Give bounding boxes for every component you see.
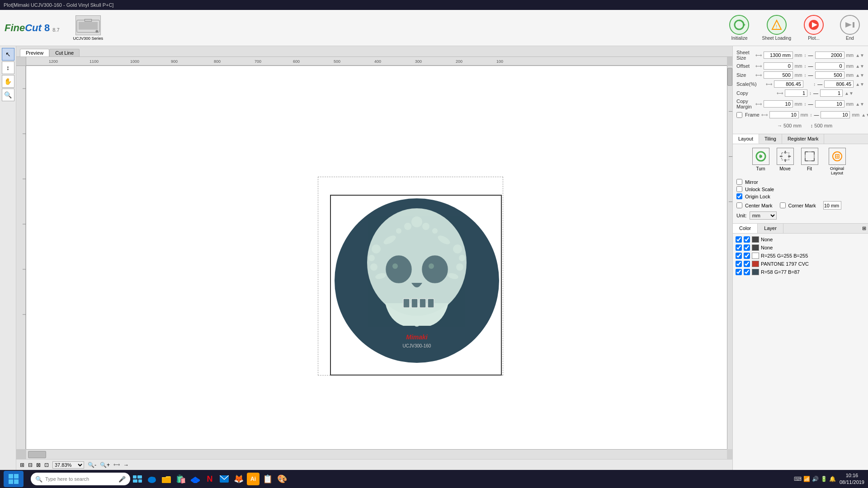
size-h[interactable] [815, 71, 844, 79]
app1-button[interactable]: 📋 [260, 472, 275, 486]
layer-tab[interactable]: Layer [758, 224, 783, 233]
clock[interactable]: 10:16 08/11/2019 [840, 472, 864, 486]
sheet-size-h[interactable] [815, 52, 844, 59]
color-check-1a[interactable] [736, 236, 742, 243]
canvas-container[interactable]: 1200 1100 1000 900 800 700 600 500 400 3… [16, 57, 732, 459]
volume-tray-icon[interactable]: 🔊 [812, 476, 819, 482]
content-area: ↖ ↕ ✋ 🔍 Preview Cut Line 1200 1100 [0, 46, 868, 470]
zoom-select[interactable]: 37.83% [52, 461, 84, 469]
app2-button[interactable]: 🎨 [275, 472, 289, 486]
v-scroll-thumb[interactable] [727, 68, 732, 86]
svg-text:Mimaki: Mimaki [406, 333, 428, 341]
tiling-tab[interactable]: Tiling [759, 134, 782, 144]
unit-label: Unit: [736, 213, 747, 218]
layout-controls: 0 Turn [733, 144, 868, 223]
view-icon-3[interactable]: ⊡ [44, 462, 49, 468]
center-mark-checkbox[interactable] [736, 202, 742, 208]
mail-button[interactable] [217, 472, 231, 486]
illustrator-button[interactable]: Ai [246, 472, 260, 486]
store-button[interactable]: 🛍️ [174, 472, 188, 486]
sheet-size-w[interactable] [764, 52, 793, 59]
file-explorer-button[interactable] [159, 472, 174, 486]
edge-button[interactable] [145, 472, 159, 486]
node-tool[interactable]: ↕ [2, 61, 14, 74]
mirror-checkbox[interactable] [736, 179, 742, 185]
start-button[interactable] [4, 471, 24, 487]
scale-y[interactable] [824, 80, 854, 88]
sheet-size-arrows[interactable]: ⟷ [755, 53, 762, 58]
layout-tab[interactable]: Layout [733, 134, 759, 144]
color-check-4a[interactable] [736, 261, 742, 267]
unit-select[interactable]: mm in cm [750, 211, 777, 220]
color-check-1b[interactable] [744, 236, 750, 243]
color-check-2b[interactable] [744, 244, 750, 251]
corner-mark-checkbox[interactable] [780, 202, 786, 208]
size-w[interactable] [764, 71, 793, 79]
frame-checkbox[interactable] [736, 112, 742, 118]
sheet-size-steppers[interactable]: ▲▼ [855, 53, 864, 58]
pan-tool[interactable]: ✋ [2, 75, 14, 88]
unlock-scale-checkbox[interactable] [736, 186, 742, 192]
fit-button[interactable]: Fit [801, 148, 818, 175]
v-scrollbar[interactable] [727, 66, 732, 449]
color-check-2a[interactable] [736, 244, 742, 251]
expand-button[interactable]: ⊞ [860, 224, 868, 233]
h-scroll-thumb[interactable] [28, 451, 46, 458]
color-check-3a[interactable] [736, 253, 742, 259]
zoom-icon-2[interactable]: 🔍+ [100, 462, 110, 468]
move-button[interactable]: Move [777, 148, 794, 175]
cut-line-tab[interactable]: Cut Line [49, 49, 80, 56]
netflix-button[interactable]: N [203, 472, 217, 486]
sheet-loading-button[interactable]: ! Sheet Loading [762, 15, 791, 41]
toolbar-buttons: Initialize ! Sheet Loading [726, 15, 863, 41]
origin-lock-checkbox[interactable] [736, 193, 742, 199]
dropbox-button[interactable] [188, 472, 203, 486]
offset-y[interactable] [815, 62, 844, 70]
copy-margin-x[interactable] [764, 100, 793, 108]
grid-icon[interactable]: ⊞ [20, 462, 24, 468]
search-input[interactable] [45, 476, 116, 482]
color-check-4b[interactable] [744, 261, 750, 267]
ruler-vertical [16, 66, 26, 449]
preview-tab[interactable]: Preview [20, 49, 49, 56]
task-view-button[interactable] [130, 472, 145, 486]
color-check-5a[interactable] [736, 269, 742, 275]
view-icon-1[interactable]: ⊟ [28, 462, 33, 468]
notification-tray-icon[interactable]: 🔔 [829, 476, 836, 482]
original-layout-button[interactable]: Original Layout [826, 148, 849, 175]
color-tab[interactable]: Color [733, 224, 758, 233]
color-check-3b[interactable] [744, 253, 750, 259]
network-tray-icon[interactable]: 📶 [803, 476, 810, 482]
svg-text:300: 300 [415, 59, 422, 64]
end-button[interactable]: End [836, 15, 863, 41]
svg-text:500: 500 [334, 59, 340, 64]
copy-y[interactable] [820, 89, 843, 97]
view-icon-2[interactable]: ⊠ [36, 462, 41, 468]
keyboard-tray-icon[interactable]: ⌨ [794, 476, 802, 482]
offset-x[interactable] [764, 62, 793, 70]
search-bar[interactable]: 🔍 🎤 [31, 473, 130, 485]
register-mark-tab[interactable]: Register Mark [782, 134, 824, 144]
copy-margin-y[interactable] [815, 100, 844, 108]
select-tool[interactable]: ↖ [2, 48, 14, 61]
scale-label: Scale(%) [736, 81, 764, 87]
zoom-icon-1[interactable]: 🔍- [88, 462, 96, 468]
turn-button[interactable]: 0 Turn [752, 148, 769, 175]
initialize-button[interactable]: Initialize [726, 15, 753, 41]
frame-y[interactable] [821, 111, 850, 118]
plot-button[interactable]: Plot... [800, 15, 827, 41]
scale-x[interactable] [774, 80, 803, 88]
color-check-5b[interactable] [744, 269, 750, 275]
svg-text:800: 800 [214, 59, 221, 64]
size-indicator-y: ↕ 500 mm [811, 122, 832, 129]
battery-tray-icon[interactable]: 🔋 [821, 476, 827, 482]
firefox-button[interactable]: 🦊 [231, 472, 246, 486]
clock-time: 10:16 [840, 472, 864, 479]
arrow-icon[interactable]: → [123, 462, 129, 468]
copy-x[interactable] [785, 89, 807, 97]
frame-x[interactable] [769, 111, 799, 118]
zoom-tool[interactable]: 🔍 [2, 89, 14, 101]
corner-mark-value[interactable] [823, 201, 841, 210]
mic-icon[interactable]: 🎤 [118, 476, 126, 483]
h-scrollbar[interactable] [26, 449, 727, 459]
